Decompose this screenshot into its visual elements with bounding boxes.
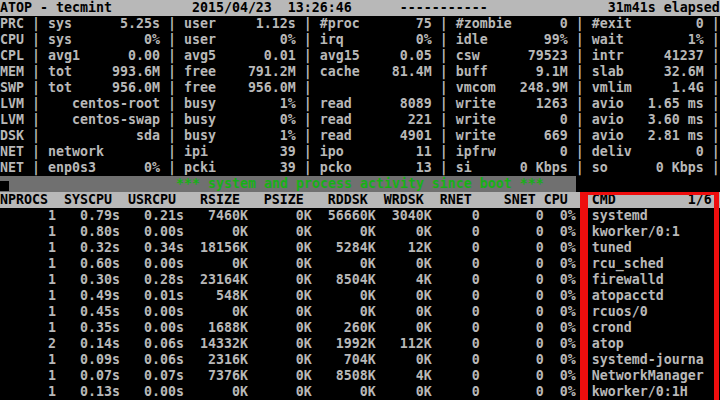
process-row: 1 0.13s 0.00s 0K 0K 0K 0K 0 0 0% kworker… xyxy=(0,384,720,400)
title-bar: ATOP - tecmint 2015/04/23 13:26:46 -----… xyxy=(0,0,720,16)
process-table-body: 1 0.79s 0.21s 7460K 0K 56660K 3040K 0 0 … xyxy=(0,208,720,400)
process-row: 1 0.30s 0.28s 23164K 0K 8504K 4K 0 0 0% … xyxy=(0,272,720,288)
banner-row: *** system and process activity since bo… xyxy=(0,176,720,192)
process-row: 1 0.49s 0.01s 548K 0K 0K 0K 0 0 0% atopa… xyxy=(0,288,720,304)
system-line-cpu: CPU | sys 0% | user 0% | irq 0% | idle 9… xyxy=(0,32,720,48)
system-line-prc: PRC | sys 5.25s | user 1.12s | #proc 75 … xyxy=(0,16,720,32)
system-line-cpl: CPL | avg1 0.00 | avg5 0.01 | avg15 0.05… xyxy=(0,48,720,64)
process-row: 1 0.80s 0.00s 0K 0K 0K 0K 0 0 0% kworker… xyxy=(0,224,720,240)
system-line-net: NET | enp0s3 0% | pcki 39 | pcko 13 | si… xyxy=(0,160,720,176)
atop-terminal-screen: ATOP - tecmint 2015/04/23 13:26:46 -----… xyxy=(0,0,720,400)
process-row: 1 0.45s 0.00s 0K 0K 0K 0K 0 0 0% rcuos/0 xyxy=(0,304,720,320)
process-row: 1 0.09s 0.06s 2316K 0K 704K 0K 0 0 0% sy… xyxy=(0,352,720,368)
system-line-lvm: LVM | centos-root | busy 1% | read 8089 … xyxy=(0,96,720,112)
system-line-lvm: LVM | centos-swap | busy 0% | read 221 |… xyxy=(0,112,720,128)
terminal-cursor xyxy=(0,181,9,191)
process-row: 1 0.60s 0.00s 0K 0K 0K 0K 0 0 0% rcu_sch… xyxy=(0,256,720,272)
system-line-swp: SWP | tot 956.0M | free 956.0M | | vmcom… xyxy=(0,80,720,96)
system-line-dsk: DSK | sda | busy 1% | read 4901 | write … xyxy=(0,128,720,144)
process-row: 1 0.35s 0.00s 1688K 0K 260K 0K 0 0 0% cr… xyxy=(0,320,720,336)
system-line-mem: MEM | tot 993.6M | free 791.2M | cache 8… xyxy=(0,64,720,80)
system-line-net: NET | network | ipi 39 | ipo 11 | ipfrw … xyxy=(0,144,720,160)
banner-text: *** system and process activity since bo… xyxy=(176,176,544,192)
process-row: 1 0.32s 0.34s 18156K 0K 5284K 12K 0 0 0%… xyxy=(0,240,720,256)
process-row: 2 0.14s 0.06s 14332K 0K 1992K 112K 0 0 0… xyxy=(0,336,720,352)
system-stats-panel: PRC | sys 5.25s | user 1.12s | #proc 75 … xyxy=(0,16,720,176)
process-table-header: NPROCS SYSCPU USRCPU RSIZE PSIZE RDDSK W… xyxy=(0,192,720,208)
process-row: 1 0.07s 0.07s 7376K 0K 8508K 4K 0 0 0% N… xyxy=(0,368,720,384)
process-row: 1 0.79s 0.21s 7460K 0K 56660K 3040K 0 0 … xyxy=(0,208,720,224)
